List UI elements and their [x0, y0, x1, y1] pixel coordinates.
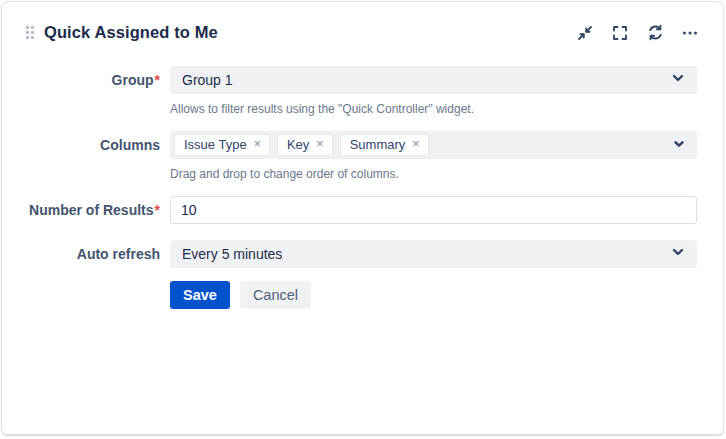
save-button[interactable]: Save	[170, 281, 230, 309]
group-select-value: Group 1	[182, 72, 233, 88]
columns-multiselect[interactable]: Issue Type× Key× Summary×	[170, 131, 697, 159]
header-actions	[576, 24, 699, 42]
required-asterisk: *	[155, 72, 160, 88]
buttons-row: Save Cancel	[26, 281, 697, 309]
more-icon[interactable]	[681, 24, 699, 42]
auto-refresh-row: Auto refresh Every 5 minutes	[26, 240, 697, 268]
columns-label: Columns	[26, 137, 160, 153]
chevron-down-icon	[673, 136, 685, 154]
auto-refresh-select-value: Every 5 minutes	[182, 246, 282, 262]
remove-chip-icon[interactable]: ×	[254, 138, 261, 151]
widget-card: Quick Assigned to Me	[1, 1, 724, 435]
widget-config-form: Group* Group 1 Allows to filter results …	[2, 66, 723, 309]
columns-help-text: Drag and drop to change order of columns…	[170, 167, 697, 181]
number-of-results-row: Number of Results*	[26, 196, 697, 224]
column-chip[interactable]: Key×	[277, 134, 333, 156]
chevron-down-icon	[671, 245, 685, 263]
collapse-icon[interactable]	[576, 24, 594, 42]
number-of-results-label: Number of Results*	[26, 202, 160, 218]
group-row: Group* Group 1	[26, 66, 697, 94]
widget-title: Quick Assigned to Me	[44, 23, 218, 42]
remove-chip-icon[interactable]: ×	[412, 138, 419, 151]
fullscreen-icon[interactable]	[611, 24, 629, 42]
refresh-icon[interactable]	[646, 24, 664, 42]
columns-row: Columns Issue Type× Key× Summary×	[26, 131, 697, 159]
remove-chip-icon[interactable]: ×	[316, 138, 323, 151]
chevron-down-icon	[671, 71, 685, 89]
required-asterisk: *	[155, 202, 160, 218]
drag-handle-icon[interactable]	[26, 26, 34, 39]
column-chip[interactable]: Summary×	[340, 134, 429, 156]
column-chip[interactable]: Issue Type×	[174, 134, 270, 156]
cancel-button[interactable]: Cancel	[240, 281, 311, 309]
group-select[interactable]: Group 1	[170, 66, 697, 94]
group-help-text: Allows to filter results using the "Quic…	[170, 102, 697, 116]
widget-header: Quick Assigned to Me	[2, 2, 723, 42]
auto-refresh-label: Auto refresh	[26, 246, 160, 262]
number-of-results-input[interactable]	[170, 196, 697, 224]
auto-refresh-select[interactable]: Every 5 minutes	[170, 240, 697, 268]
columns-help-row: Drag and drop to change order of columns…	[26, 167, 697, 181]
group-label: Group*	[26, 72, 160, 88]
group-help-row: Allows to filter results using the "Quic…	[26, 102, 697, 116]
